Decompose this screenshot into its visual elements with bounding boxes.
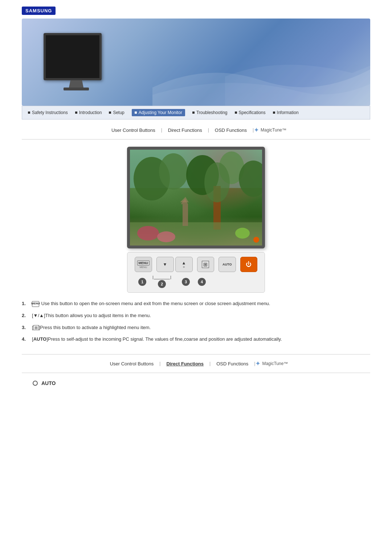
hero-waves-svg	[152, 33, 370, 106]
nav-label-troubleshooting: Troubleshooting	[196, 110, 228, 115]
nav-bullet	[135, 112, 137, 114]
num-badge-1: 1	[138, 278, 146, 286]
up-button[interactable]: ▲ ☀	[175, 257, 193, 272]
hero-banner	[22, 19, 370, 106]
instr-text-2: [▼/▲]This button allows you to adjust it…	[32, 312, 370, 320]
button-panel-area: MENU MENU ▼ ▲ ☀ ⊞ AUTO	[22, 252, 370, 293]
enter-icon: ⊞	[202, 261, 209, 268]
menu-button[interactable]: MENU MENU	[135, 257, 152, 272]
sub-nav-label-ucb: User Control Buttons	[111, 127, 155, 133]
nav-bullet	[28, 112, 30, 114]
instr-num-1: 1.	[22, 300, 29, 308]
monitor-screen	[46, 35, 99, 78]
nav-item-adjusting[interactable]: Adjusting Your Monitor	[132, 109, 185, 116]
sub-nav-label-df: Direct Functions	[168, 127, 202, 133]
sub-nav-bottom-ucb[interactable]: User Control Buttons	[104, 361, 160, 366]
instruction-item-4: 4. [AUTO]Press to self-adjust to the inc…	[22, 336, 370, 343]
sub-nav-label-osd: OSD Functions	[215, 127, 247, 133]
nav-item-information[interactable]: Information	[273, 110, 299, 115]
magictune-icon-top: ✦	[254, 126, 259, 134]
page-header: SAMSUNG	[0, 0, 392, 19]
sub-nav-user-control-buttons[interactable]: User Control Buttons	[106, 127, 161, 133]
nav-label-specifications: Specifications	[239, 110, 266, 115]
svg-marker-14	[180, 197, 189, 202]
monitor-frame	[44, 33, 102, 80]
down-icon: ▼	[163, 262, 167, 267]
instr-text-1: MENU Use this button to open the on-scre…	[32, 300, 370, 308]
nav-bullet	[192, 112, 195, 114]
auto-button[interactable]: AUTO	[219, 257, 236, 272]
nav-item-troubleshooting[interactable]: Troubleshooting	[192, 110, 228, 115]
svg-point-11	[235, 228, 250, 239]
buttons-row: MENU MENU ▼ ▲ ☀ ⊞ AUTO	[135, 257, 257, 272]
monitor-stand	[69, 80, 83, 88]
sub-nav-osd-functions[interactable]: OSD Functions	[209, 127, 253, 133]
button-panel: MENU MENU ▼ ▲ ☀ ⊞ AUTO	[127, 252, 265, 293]
instruction-item-1: 1. MENU Use this button to open the on-s…	[22, 300, 370, 308]
instr-num-3: 3.	[22, 324, 29, 332]
sub-nav-bottom-df-label: Direct Functions	[166, 361, 204, 366]
instruction-item-2: 2. [▼/▲]This button allows you to adjust…	[22, 312, 370, 320]
label-group-4: 4	[198, 278, 206, 286]
num-badge-2: 2	[158, 280, 166, 288]
instruction-item-3: 3. [⊞]Press this button to activate a hi…	[22, 324, 370, 332]
magictune-label-bottom: MagicTune™	[262, 361, 288, 366]
nav-item-introduction[interactable]: Introduction	[75, 110, 102, 115]
sub-nav-bottom-osd-label: OSD Functions	[216, 361, 248, 366]
nav-item-setup[interactable]: Setup	[109, 110, 124, 115]
nav-item-safety[interactable]: Safety Instructions	[28, 110, 68, 115]
auto-section: AUTO	[33, 380, 370, 386]
sub-nav-direct-functions[interactable]: Direct Functions	[162, 127, 208, 133]
brightness-icon: ☀	[183, 266, 185, 269]
monitor-power-indicator	[253, 237, 259, 243]
label-group-1: 1	[138, 278, 146, 286]
sub-nav-bottom-osd[interactable]: OSD Functions	[211, 361, 254, 366]
svg-point-10	[157, 231, 175, 242]
sub-nav-bottom: User Control Buttons | Direct Functions …	[22, 354, 370, 373]
instr-icon-1: MENU	[32, 301, 39, 307]
instr-num-2: 2.	[22, 312, 29, 320]
menu-btn-sublabel: MENU	[139, 266, 147, 268]
labels-row: 1 2 3	[135, 276, 257, 288]
bracket-left	[153, 276, 153, 279]
bracket-container	[153, 276, 171, 279]
enter-button[interactable]: ⊞	[197, 257, 215, 272]
sub-nav-bottom-df[interactable]: Direct Functions	[160, 361, 209, 366]
monitor-display-area	[22, 147, 370, 248]
menu-btn-label: MENU	[137, 260, 150, 266]
nav-item-specifications[interactable]: Specifications	[235, 110, 266, 115]
samsung-logo: SAMSUNG	[22, 7, 56, 15]
garden-scene-svg	[130, 150, 262, 246]
svg-point-2	[159, 153, 188, 190]
power-icon: ⏻	[246, 261, 252, 268]
auto-btn-label: AUTO	[222, 263, 232, 266]
auto-circle-icon	[33, 381, 38, 386]
svg-point-9	[137, 226, 159, 240]
sub-nav-bottom-ucb-label: User Control Buttons	[110, 361, 154, 366]
monitor-display-image	[127, 147, 265, 248]
power-button[interactable]: ⏻	[240, 257, 258, 272]
svg-point-7	[204, 162, 230, 202]
up-icon: ▲	[182, 260, 186, 266]
svg-rect-12	[183, 204, 188, 226]
bracket-top	[154, 279, 170, 279]
nav-bullet	[273, 112, 275, 114]
monitor-base	[64, 88, 89, 90]
instr-num-4: 4.	[22, 336, 29, 343]
num-badge-4: 4	[198, 278, 206, 286]
nav-label-adjusting: Adjusting Your Monitor	[139, 110, 182, 115]
nav-bullet	[235, 112, 237, 114]
instr-text-3: [⊞]Press this button to activate a highl…	[32, 324, 370, 332]
magictune-icon-bottom: ✦	[255, 360, 261, 368]
nav-label-setup: Setup	[113, 110, 124, 115]
auto-bold: AUTO	[33, 336, 47, 342]
monitor-screen-content	[130, 150, 262, 246]
down-button[interactable]: ▼	[156, 257, 174, 272]
instructions-section: 1. MENU Use this button to open the on-s…	[22, 300, 370, 343]
instr-text-4: [AUTO]Press to self-adjust to the incomi…	[32, 336, 370, 343]
bracket-right	[171, 276, 171, 279]
magictune-label-top: MagicTune™	[261, 127, 286, 133]
auto-label: AUTO	[41, 380, 56, 386]
sub-nav-top: User Control Buttons | Direct Functions …	[22, 119, 370, 139]
nav-label-safety: Safety Instructions	[32, 110, 68, 115]
